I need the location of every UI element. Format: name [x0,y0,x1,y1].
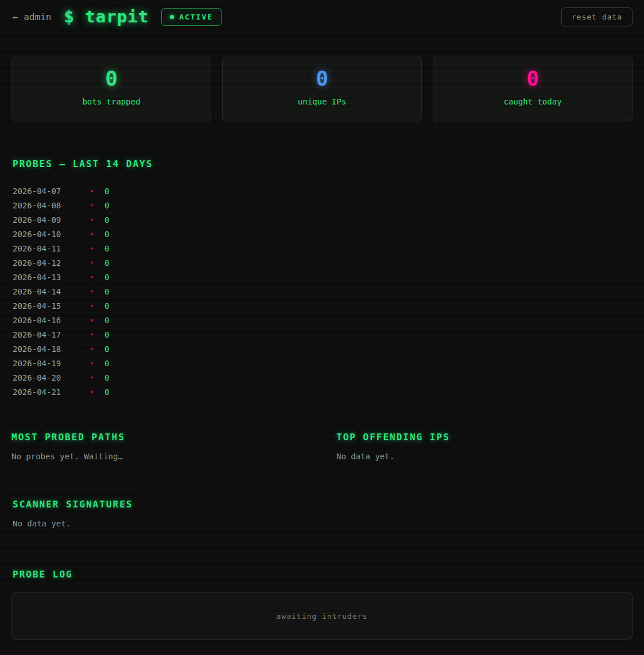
probe-log-empty-text: awaiting intruders [277,612,368,621]
probe-count: 0 [104,258,109,268]
probe-date: 2026-04-20 [13,373,87,382]
probe-date: 2026-04-10 [13,230,87,239]
header: ← admin $ tarpit ACTIVE reset data [11,0,633,26]
stat-label: caught today [439,96,626,107]
probe-dot-icon: · [87,301,96,311]
probe-dot-icon: · [87,373,96,382]
scanner-signatures-section: SCANNER SIGNATURES No data yet. [13,499,633,529]
status-dot-icon [170,15,174,19]
probe-count: 0 [104,187,109,196]
probe-count: 0 [104,287,109,296]
paths-empty-text: No probes yet. Waiting… [11,451,322,462]
probe-row: 2026-04-11·0 [13,241,633,255]
stat-value: 0 [228,69,416,88]
probe-date: 2026-04-09 [13,215,87,224]
probe-row: 2026-04-09·0 [13,212,633,227]
probe-dot-icon: · [87,387,96,397]
signatures-heading: SCANNER SIGNATURES [13,499,633,510]
probe-log-box: awaiting intruders [11,592,633,640]
probe-count: 0 [104,373,109,382]
probe-row: 2026-04-20·0 [13,370,633,385]
probe-dot-icon: · [87,230,96,239]
probe-date: 2026-04-11 [13,244,87,253]
probe-dot-icon: · [87,215,96,224]
signatures-empty-text: No data yet. [13,518,633,529]
probe-date: 2026-04-07 [13,187,87,196]
paths-heading: MOST PROBED PATHS [11,432,322,443]
stat-value: 0 [18,69,205,88]
top-offending-ips-section: TOP OFFENDING IPS No data yet. [322,432,633,462]
probe-date: 2026-04-18 [13,344,87,354]
page-title: $ tarpit [64,7,149,26]
stat-label: bots trapped [18,96,205,107]
ips-heading: TOP OFFENDING IPS [336,432,633,443]
probes-list: 2026-04-07·02026-04-08·02026-04-09·02026… [13,184,633,399]
ips-empty-text: No data yet. [336,451,633,462]
probe-dot-icon: · [87,359,96,368]
probe-count: 0 [104,273,109,282]
probe-row: 2026-04-16·0 [13,313,633,327]
probe-row: 2026-04-15·0 [13,299,633,313]
probe-dot-icon: · [87,287,96,296]
probe-log-heading: PROBE LOG [13,569,633,580]
probes-heading: PROBES — LAST 14 DAYS [13,158,633,170]
probe-count: 0 [104,201,109,210]
probe-dot-icon: · [87,273,96,282]
probe-dot-icon: · [87,187,96,196]
probe-dot-icon: · [87,344,96,354]
probe-row: 2026-04-07·0 [13,184,633,198]
probe-count: 0 [104,344,109,354]
most-probed-paths-section: MOST PROBED PATHS No probes yet. Waiting… [11,432,322,462]
probe-row: 2026-04-21·0 [13,385,633,399]
probe-count: 0 [104,316,109,325]
probe-date: 2026-04-16 [13,316,87,325]
paths-and-ips-row: MOST PROBED PATHS No probes yet. Waiting… [11,432,633,462]
probe-count: 0 [104,230,109,239]
probe-date: 2026-04-15 [13,301,87,311]
stat-label: unique IPs [228,96,416,107]
probe-row: 2026-04-13·0 [13,270,633,284]
probe-count: 0 [104,387,109,397]
probe-count: 0 [104,359,109,368]
status-badge-label: ACTIVE [179,13,213,21]
probe-log-section: PROBE LOG awaiting intruders [13,569,633,640]
probe-dot-icon: · [87,258,96,268]
probe-date: 2026-04-12 [13,258,87,268]
probe-dot-icon: · [87,316,96,325]
probe-row: 2026-04-18·0 [13,342,633,356]
probes-section: PROBES — LAST 14 DAYS 2026-04-07·02026-0… [13,158,633,399]
probe-row: 2026-04-19·0 [13,356,633,370]
probe-row: 2026-04-14·0 [13,284,633,299]
stat-value: 0 [439,69,626,88]
probe-count: 0 [104,215,109,224]
probe-date: 2026-04-21 [13,387,87,397]
probe-date: 2026-04-13 [13,273,87,282]
stat-card: 0caught today [433,56,633,122]
probe-row: 2026-04-08·0 [13,198,633,212]
probe-count: 0 [104,330,109,339]
stat-card: 0unique IPs [222,56,422,122]
probe-date: 2026-04-17 [13,330,87,339]
probe-date: 2026-04-14 [13,287,87,296]
probe-dot-icon: · [87,201,96,210]
probe-date: 2026-04-19 [13,359,87,368]
stats-row: 0bots trapped0unique IPs0caught today [11,56,633,122]
probe-dot-icon: · [87,244,96,253]
probe-row: 2026-04-17·0 [13,327,633,342]
back-to-admin-link[interactable]: ← admin [13,11,51,22]
status-badge: ACTIVE [161,8,222,26]
reset-data-button[interactable]: reset data [561,7,633,26]
probe-count: 0 [104,301,109,311]
probe-count: 0 [104,244,109,253]
probe-date: 2026-04-08 [13,201,87,210]
probe-row: 2026-04-10·0 [13,227,633,241]
tarpit-dashboard: ← admin $ tarpit ACTIVE reset data 0bots… [0,0,644,640]
stat-card: 0bots trapped [11,56,211,122]
probe-dot-icon: · [87,330,96,339]
probe-row: 2026-04-12·0 [13,255,633,270]
